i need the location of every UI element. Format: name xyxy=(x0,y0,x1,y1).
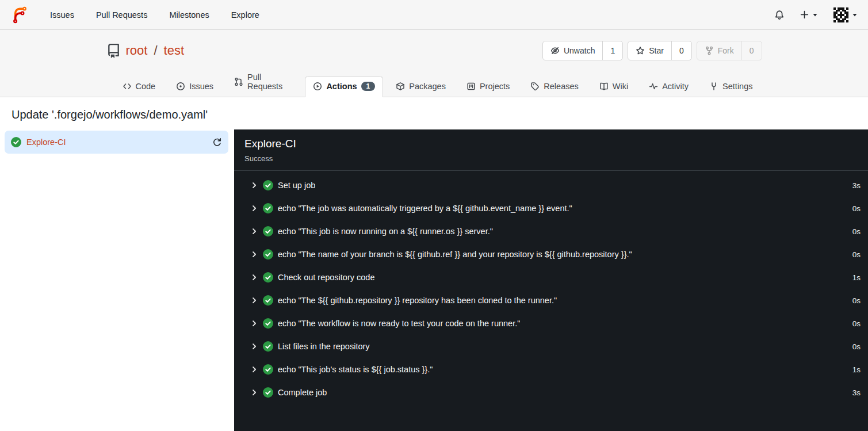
step-duration: 0s xyxy=(846,319,861,328)
tab-label: Settings xyxy=(722,82,752,91)
step-row[interactable]: echo "This job's status is ${{ job.statu… xyxy=(234,358,868,381)
tab-label: Releases xyxy=(544,82,578,91)
repo-icon xyxy=(106,44,121,58)
step-name: echo "The workflow is now ready to test … xyxy=(278,319,520,328)
success-check-icon xyxy=(263,226,273,237)
success-check-icon xyxy=(11,137,21,147)
play-circle-icon xyxy=(313,82,322,91)
unwatch-label: Unwatch xyxy=(564,46,595,55)
pulse-icon xyxy=(649,82,658,91)
star-button[interactable]: Star xyxy=(628,41,671,60)
job-log-header: Explore-CI Success xyxy=(234,129,868,171)
step-name: List files in the repository xyxy=(278,342,370,351)
job-name-link[interactable]: Explore-CI xyxy=(26,138,66,147)
tag-icon xyxy=(530,82,540,91)
job-log-panel: Explore-CI Success Set up job3secho "The… xyxy=(234,129,868,431)
tab-settings[interactable]: Settings xyxy=(701,76,760,97)
fork-count[interactable]: 0 xyxy=(741,41,762,60)
tab-issues[interactable]: Issues xyxy=(168,76,221,97)
chevron-right-icon xyxy=(250,342,259,351)
step-duration: 0s xyxy=(846,204,861,213)
repo-name-link[interactable]: test xyxy=(164,43,184,58)
book-icon xyxy=(599,82,609,91)
tab-count-badge: 1 xyxy=(361,82,376,91)
eye-off-icon xyxy=(550,46,560,55)
navbar-item-issues[interactable]: Issues xyxy=(50,10,74,20)
job-item-explore-ci[interactable]: Explore-CI xyxy=(5,131,228,154)
bell-icon xyxy=(774,10,785,20)
tab-wiki[interactable]: Wiki xyxy=(591,76,636,97)
tab-projects[interactable]: Projects xyxy=(458,76,518,97)
repo-owner-link[interactable]: root xyxy=(126,43,148,58)
chevron-right-icon xyxy=(250,250,259,259)
chevron-right-icon xyxy=(250,273,259,282)
create-new-menu[interactable] xyxy=(800,10,818,20)
step-row[interactable]: List files in the repository0s xyxy=(234,335,868,358)
repo-separator: / xyxy=(154,43,157,58)
step-name: echo "The job was automatically triggere… xyxy=(278,204,572,213)
tab-releases[interactable]: Releases xyxy=(522,76,586,97)
tab-actions[interactable]: Actions1 xyxy=(305,76,383,97)
job-status-text: Success xyxy=(244,154,858,163)
step-name: Set up job xyxy=(278,181,315,190)
step-row[interactable]: Set up job3s xyxy=(234,174,868,197)
fork-button[interactable]: Fork xyxy=(697,41,741,60)
step-row[interactable]: echo "The workflow is now ready to test … xyxy=(234,312,868,335)
repo-title: root / test xyxy=(106,43,185,58)
tab-label: Actions xyxy=(326,82,357,91)
step-duration: 0s xyxy=(846,296,861,305)
chevron-down-icon xyxy=(812,12,818,18)
tab-code[interactable]: Code xyxy=(114,76,164,97)
step-duration: 1s xyxy=(846,273,861,282)
tab-activity[interactable]: Activity xyxy=(641,76,697,97)
step-row[interactable]: echo "This job is now running on a ${{ r… xyxy=(234,220,868,243)
rerun-job-icon[interactable] xyxy=(212,138,222,147)
step-row[interactable]: Complete job3s xyxy=(234,381,868,404)
step-row[interactable]: echo "The name of your branch is ${{ git… xyxy=(234,243,868,266)
step-name: echo "The ${{ github.repository }} repos… xyxy=(278,296,557,305)
tab-label: Projects xyxy=(480,82,510,91)
project-board-icon xyxy=(466,82,476,91)
tab-label: Pull Requests xyxy=(247,73,292,91)
forgejo-logo[interactable] xyxy=(10,6,28,24)
navbar-item-explore[interactable]: Explore xyxy=(231,10,259,20)
tool-icon xyxy=(709,82,718,91)
success-check-icon xyxy=(263,249,273,260)
tab-pull-requests[interactable]: Pull Requests xyxy=(226,67,300,97)
tab-label: Issues xyxy=(189,82,213,91)
unwatch-count[interactable]: 1 xyxy=(602,41,622,60)
navbar-item-milestones[interactable]: Milestones xyxy=(169,10,209,20)
step-duration: 0s xyxy=(846,342,861,351)
success-check-icon xyxy=(263,272,273,283)
chevron-right-icon xyxy=(250,204,259,213)
fork-button-group: Fork0 xyxy=(697,41,762,60)
success-check-icon xyxy=(263,318,273,329)
step-name: echo "The name of your branch is ${{ git… xyxy=(278,250,632,259)
issue-circle-icon xyxy=(176,82,185,91)
unwatch-button[interactable]: Unwatch xyxy=(543,41,602,60)
step-name: Check out repository code xyxy=(278,273,374,282)
navbar-item-pull-requests[interactable]: Pull Requests xyxy=(96,10,147,20)
tab-label: Packages xyxy=(409,82,446,91)
step-row[interactable]: echo "The ${{ github.repository }} repos… xyxy=(234,289,868,312)
step-duration: 3s xyxy=(846,388,861,397)
tab-packages[interactable]: Packages xyxy=(388,76,454,97)
tab-label: Code xyxy=(136,82,156,91)
step-name: Complete job xyxy=(278,388,327,397)
notifications-button[interactable] xyxy=(774,10,785,20)
avatar-identicon xyxy=(833,7,849,23)
step-duration: 3s xyxy=(846,181,861,190)
chevron-right-icon xyxy=(250,296,259,305)
step-row[interactable]: Check out repository code1s xyxy=(234,266,868,289)
pull-request-icon xyxy=(234,77,243,86)
user-menu[interactable] xyxy=(833,7,858,23)
step-duration: 0s xyxy=(846,227,861,236)
page-title: Update '.forgejo/workflows/demo.yaml' xyxy=(0,97,868,129)
tab-label: Wiki xyxy=(613,82,628,91)
step-row[interactable]: echo "The job was automatically triggere… xyxy=(234,197,868,220)
step-duration: 0s xyxy=(846,250,861,259)
top-navbar: IssuesPull RequestsMilestonesExplore xyxy=(0,0,868,30)
success-check-icon xyxy=(263,387,273,398)
star-count[interactable]: 0 xyxy=(671,41,691,60)
success-check-icon xyxy=(263,203,273,213)
